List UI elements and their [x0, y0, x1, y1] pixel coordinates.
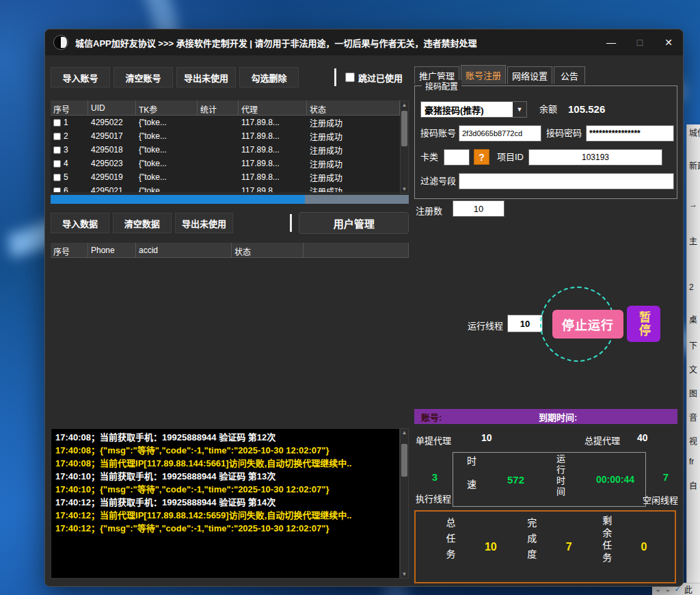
strip-item[interactable]: 下	[689, 339, 700, 351]
row-checkbox[interactable]	[53, 119, 61, 127]
scrollbar-thumb[interactable]	[401, 111, 407, 146]
delete-checked-button[interactable]: 勾选删除	[239, 67, 299, 88]
cell-stat	[198, 157, 239, 170]
col-header-no[interactable]: 序号	[51, 243, 88, 258]
total-proxy-value: 40	[637, 432, 648, 443]
col-header-status[interactable]: 状态	[307, 101, 400, 116]
row-checkbox[interactable]	[53, 133, 61, 140]
accounts-scrollbar[interactable]: ▲ ▼	[400, 101, 409, 194]
strip-item[interactable]: 视	[689, 435, 700, 447]
strip-item[interactable]: 音	[689, 411, 700, 423]
col-header-proxy[interactable]: 代理	[239, 101, 307, 116]
table-row[interactable]: 3 4295018 {"toke... 117.89.8... 注册成功	[51, 143, 400, 157]
help-button[interactable]: ?	[474, 149, 489, 165]
scroll-down-icon[interactable]: ▼	[401, 186, 408, 192]
sms-password-input[interactable]	[586, 125, 674, 142]
export-unused-data-button[interactable]: 导出未使用	[175, 213, 234, 233]
threads-input[interactable]	[507, 315, 543, 332]
cell-uid: 4295018	[88, 143, 136, 157]
row-checkbox[interactable]	[53, 187, 61, 193]
exec-threads-label: 执行线程	[416, 492, 451, 505]
log-line: 17:40:12；{"msg":"等待","code":-1,"time":"2…	[55, 522, 395, 535]
import-accounts-button[interactable]: 导入账号	[51, 67, 110, 88]
cell-uid: 4295019	[88, 170, 136, 184]
col-header-tk[interactable]: TK参	[136, 101, 198, 116]
table-row[interactable]: 4 4295023 {"toke... 117.89.8... 注册成功	[51, 157, 400, 170]
tab-network[interactable]: 网络设置	[507, 66, 552, 84]
sms-password-label: 接码密码	[546, 125, 582, 142]
col-header-stat[interactable]: 统计	[198, 101, 239, 116]
export-unused-accounts-button[interactable]: 导出未使用	[176, 67, 236, 88]
titlebar[interactable]: 城信APP加好友协议 >>> 承接软件定制开发 | 请勿用于非法用途，一切后果与…	[45, 29, 683, 55]
skip-used-checkbox-wrap[interactable]: 跳过已使用	[345, 71, 403, 84]
done-value: 7	[566, 541, 572, 553]
user-manage-button[interactable]: 用户管理	[299, 212, 409, 234]
table-row[interactable]: 6 4295021 {"toke 117.89.8 注册成功	[51, 184, 400, 192]
col-header-status[interactable]: 状态	[232, 243, 304, 258]
sms-account-input[interactable]	[459, 125, 541, 142]
col-header-phone[interactable]: Phone	[88, 243, 136, 258]
strip-item[interactable]: 文	[689, 363, 700, 375]
scroll-down-icon[interactable]: ▼	[401, 571, 408, 577]
import-data-button[interactable]: 导入数据	[51, 213, 109, 233]
speed-label: 时速	[464, 456, 478, 503]
cell-uid: 4295017	[88, 129, 136, 143]
table-row[interactable]: 5 4295019 {"toke... 117.89.8... 注册成功	[51, 170, 400, 184]
scroll-up-icon[interactable]: ▲	[401, 429, 408, 436]
register-count-input[interactable]	[453, 200, 504, 217]
speed-value: 572	[507, 474, 524, 486]
skip-used-checkbox[interactable]	[345, 72, 355, 82]
stop-run-button[interactable]: 停止运行	[552, 310, 623, 339]
strip-item[interactable]: fr	[689, 457, 700, 466]
tab-register[interactable]: 账号注册	[461, 65, 506, 84]
row-checkbox[interactable]	[53, 174, 61, 181]
strip-item[interactable]: 主	[689, 235, 700, 246]
toolbar-divider	[290, 214, 292, 232]
threads-label: 运行线程	[468, 319, 503, 332]
scrollbar-thumb[interactable]	[401, 444, 407, 477]
pause-button[interactable]: 暂停	[627, 306, 660, 342]
progress-fill	[51, 195, 305, 204]
log-scrollbar[interactable]: ▲ ▼	[400, 428, 409, 579]
strip-item[interactable]: →	[689, 200, 700, 209]
card-type-input[interactable]	[444, 149, 470, 166]
maximize-button[interactable]: □	[634, 37, 646, 48]
strip-item[interactable]: 自	[689, 479, 700, 491]
table-row[interactable]: 2 4295017 {"toke... 117.89.8... 注册成功	[51, 129, 400, 143]
strip-item[interactable]: 城信	[689, 127, 700, 138]
close-button[interactable]: ✕	[662, 37, 675, 48]
col-header-uid[interactable]: UID	[88, 101, 136, 116]
strip-item[interactable]: 2	[689, 282, 700, 292]
row-checkbox[interactable]	[53, 146, 61, 154]
project-id-input[interactable]	[528, 149, 662, 166]
cell-status: 注册成功	[307, 170, 400, 184]
accounts-table: 序号 UID TK参 统计 代理 状态 1 4295022 {"toke... …	[51, 101, 400, 192]
strip-item[interactable]: 新建	[689, 159, 700, 171]
chevron-down-icon[interactable]: ▼	[513, 102, 526, 117]
expire-time-label: 到期时间:	[539, 410, 577, 423]
provider-select[interactable]: 豪猪接码(推荐) ▼	[420, 101, 527, 118]
table-row[interactable]: 1 4295022 {"toke... 117.89.8... 注册成功	[51, 116, 400, 129]
tab-announcement[interactable]: 公告	[554, 66, 585, 84]
cell-proxy: 117.89.8	[239, 184, 307, 192]
strip-item[interactable]: 图	[689, 387, 700, 399]
row-checkbox[interactable]	[53, 160, 61, 168]
cell-no: 2	[51, 129, 88, 143]
account-row: 接码账号 接码密码	[415, 125, 677, 142]
log-line: 17:40:08；当前代理IP[117.89.88.144:5661]访问失败,…	[55, 457, 395, 470]
col-header-no[interactable]: 序号	[51, 101, 88, 116]
col-header-accid[interactable]: accid	[136, 243, 232, 258]
exec-threads-value: 3	[427, 471, 443, 483]
log-output[interactable]: 17:40:08；当前获取手机：19925888944 验证码 第12次 17:…	[51, 428, 400, 579]
filter-segment-input[interactable]	[459, 173, 674, 189]
clear-accounts-button[interactable]: 清空账号	[113, 67, 173, 88]
cell-proxy: 117.89.8...	[239, 157, 307, 170]
scroll-up-icon[interactable]: ▲	[401, 102, 408, 108]
strip-item[interactable]: 桌	[689, 313, 700, 325]
accounts-progress-bar	[51, 195, 409, 204]
idle-threads-value: 7	[658, 471, 674, 483]
users-table-header: 序号 Phone accid 状态	[51, 243, 409, 258]
minimize-button[interactable]: —	[605, 37, 617, 48]
clear-data-button[interactable]: 清空数据	[113, 213, 172, 233]
register-count-label: 注册数	[416, 204, 442, 217]
